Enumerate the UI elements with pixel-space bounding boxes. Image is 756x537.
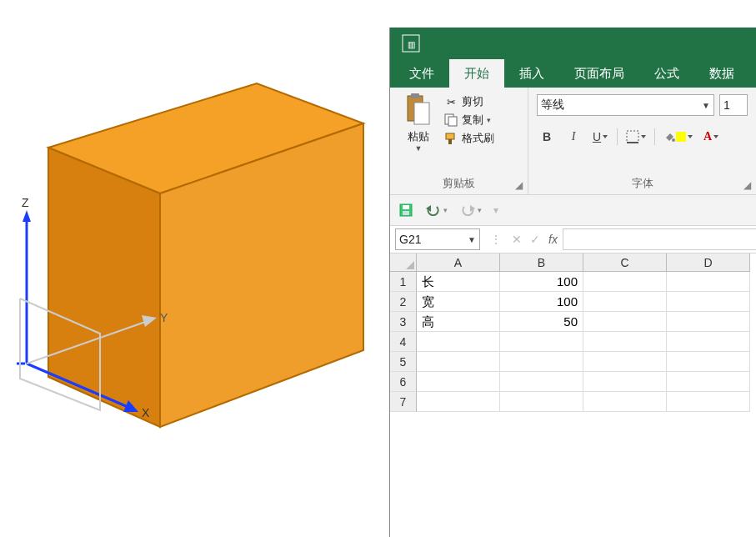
svg-point-21 <box>672 138 675 142</box>
cell-D5[interactable] <box>667 352 750 372</box>
excel-titlebar: ▥ <box>390 28 756 59</box>
row-header-2[interactable]: 2 <box>390 292 417 312</box>
redo-icon <box>459 203 476 217</box>
cell-B1[interactable]: 100 <box>500 272 583 292</box>
select-all-corner[interactable] <box>390 253 417 272</box>
cell-D7[interactable] <box>667 392 750 412</box>
row-header-6[interactable]: 6 <box>390 372 417 392</box>
svg-marker-5 <box>23 210 31 222</box>
axis-y-label: Y <box>160 311 168 324</box>
clipboard-launcher[interactable]: ◢ <box>515 179 523 191</box>
paste-icon <box>403 93 434 129</box>
fill-color-button[interactable] <box>662 127 694 147</box>
col-header-C[interactable]: C <box>583 253 667 272</box>
bucket-icon <box>663 131 675 143</box>
tab-home[interactable]: 开始 <box>449 59 504 88</box>
row-header-3[interactable]: 3 <box>390 312 417 332</box>
font-size-combo[interactable]: 1 <box>719 94 748 116</box>
format-painter-button[interactable]: 格式刷 <box>443 131 494 146</box>
tab-insert[interactable]: 插入 <box>504 59 559 88</box>
italic-button[interactable]: I <box>563 127 583 147</box>
save-button[interactable] <box>398 203 413 218</box>
svg-rect-13 <box>414 103 429 124</box>
cad-3d-viewport[interactable]: Z X Y <box>0 0 388 537</box>
font-color-icon: A <box>703 130 712 143</box>
cell-D2[interactable] <box>667 292 750 312</box>
cell-A7[interactable] <box>417 392 500 412</box>
tab-data[interactable]: 数据 <box>694 59 749 88</box>
col-header-D[interactable]: D <box>667 253 750 272</box>
cell-C4[interactable] <box>583 332 667 352</box>
qat-customize[interactable]: ▾ <box>493 204 498 216</box>
app-icon: ▥ <box>398 31 423 56</box>
cancel-formula-button[interactable]: ✕ <box>512 233 522 246</box>
cell-C1[interactable] <box>583 272 667 292</box>
formula-bar-row: G21 ▼ ⋮ ✕ ✓ fx <box>390 226 756 253</box>
svg-marker-1 <box>48 148 160 427</box>
cell-D6[interactable] <box>667 372 750 392</box>
cell-C2[interactable] <box>583 292 667 312</box>
worksheet-grid[interactable]: A B C D 1 长 100 2 宽 100 3 高 <box>390 253 756 412</box>
name-box[interactable]: G21 ▼ <box>395 228 480 250</box>
cell-B7[interactable] <box>500 392 583 412</box>
formula-bar[interactable] <box>563 228 756 250</box>
svg-rect-24 <box>403 211 409 215</box>
cell-A6[interactable] <box>417 372 500 392</box>
cell-C6[interactable] <box>583 372 667 392</box>
cell-A5[interactable] <box>417 352 500 372</box>
undo-icon <box>425 203 442 217</box>
enter-formula-button[interactable]: ✓ <box>530 233 540 246</box>
tab-page-layout[interactable]: 页面布局 <box>559 59 639 88</box>
cell-A2[interactable]: 宽 <box>417 292 500 312</box>
redo-button[interactable]: ▾ <box>459 203 482 217</box>
cell-B2[interactable]: 100 <box>500 292 583 312</box>
cell-D1[interactable] <box>667 272 750 292</box>
font-color-button[interactable]: A <box>701 127 721 147</box>
ribbon-tabs: 文件 开始 插入 页面布局 公式 数据 <box>390 59 756 88</box>
col-header-B[interactable]: B <box>500 253 583 272</box>
row-header-4[interactable]: 4 <box>390 332 417 352</box>
svg-rect-16 <box>448 117 457 126</box>
cell-C7[interactable] <box>583 392 667 412</box>
paste-label: 粘贴 <box>408 129 429 144</box>
row-header-5[interactable]: 5 <box>390 352 417 372</box>
cell-A4[interactable] <box>417 332 500 352</box>
cell-B3[interactable]: 50 <box>500 312 583 332</box>
cell-A3[interactable]: 高 <box>417 312 500 332</box>
ribbon: 粘贴 ▼ ✂ 剪切 复制 ▾ <box>390 88 756 195</box>
border-button[interactable] <box>624 127 648 147</box>
row-header-1[interactable]: 1 <box>390 272 417 292</box>
font-launcher[interactable]: ◢ <box>743 179 751 191</box>
svg-text:▥: ▥ <box>408 40 415 49</box>
copy-button[interactable]: 复制 ▾ <box>443 113 494 128</box>
ribbon-group-clipboard: 粘贴 ▼ ✂ 剪切 复制 ▾ <box>390 88 528 194</box>
font-name-combo[interactable]: 等线▼ <box>537 94 714 116</box>
format-painter-icon <box>443 131 458 146</box>
cell-D3[interactable] <box>667 312 750 332</box>
tab-formulas[interactable]: 公式 <box>639 59 694 88</box>
cell-D4[interactable] <box>667 332 750 352</box>
axis-z-label: Z <box>22 196 29 209</box>
cell-A1[interactable]: 长 <box>417 272 500 292</box>
cell-C3[interactable] <box>583 312 667 332</box>
paste-button[interactable]: 粘贴 ▼ <box>398 93 438 169</box>
col-header-A[interactable]: A <box>417 253 500 272</box>
excel-window: ▥ 文件 开始 插入 页面布局 公式 数据 粘贴 ▼ <box>389 28 756 537</box>
cell-B4[interactable] <box>500 332 583 352</box>
fx-separator: ⋮ <box>485 226 507 253</box>
cell-B6[interactable] <box>500 372 583 392</box>
scissors-icon: ✂ <box>443 94 458 109</box>
tab-file[interactable]: 文件 <box>394 59 449 88</box>
cell-B5[interactable] <box>500 352 583 372</box>
svg-rect-18 <box>448 139 452 144</box>
cut-button[interactable]: ✂ 剪切 <box>443 94 494 109</box>
row-header-7[interactable]: 7 <box>390 392 417 412</box>
svg-rect-23 <box>403 205 409 209</box>
underline-button[interactable]: U <box>590 127 610 147</box>
bold-button[interactable]: B <box>537 127 557 147</box>
svg-rect-17 <box>446 133 454 139</box>
axis-x-label: X <box>142 406 150 419</box>
insert-function-button[interactable]: fx <box>548 233 558 246</box>
cell-C5[interactable] <box>583 352 667 372</box>
undo-button[interactable]: ▾ <box>425 203 448 217</box>
